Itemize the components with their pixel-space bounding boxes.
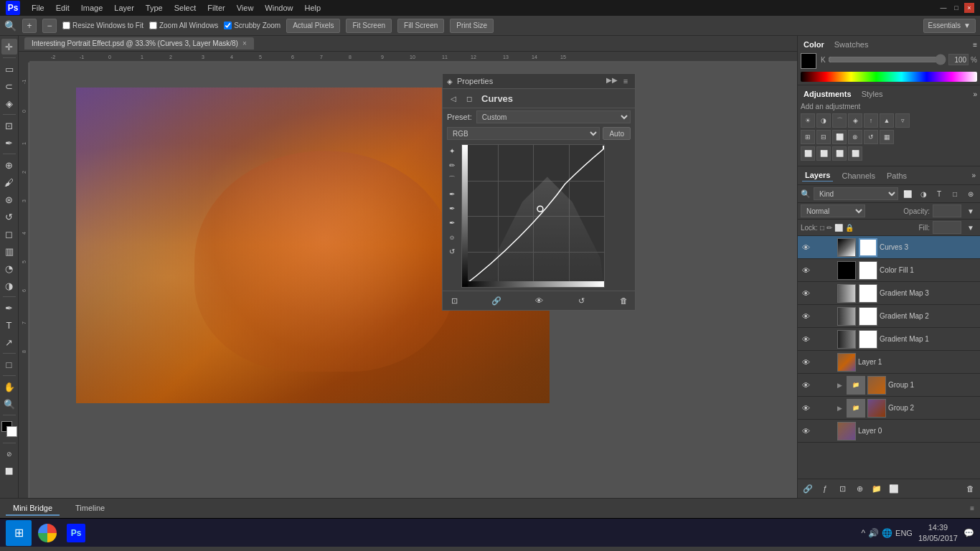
curves-icon[interactable]: ⌒ [832,113,847,128]
curves-reset-button[interactable]: ⊡ [447,293,461,308]
lasso-tool[interactable]: ⊂ [1,78,17,94]
curves-hand-tool[interactable]: ⌾ [446,230,458,243]
black-white-icon[interactable]: ⊞ [801,130,815,144]
timeline-tab[interactable]: Timeline [68,501,112,516]
lock-transparent-pixels-icon[interactable]: □ [820,224,824,232]
close-button[interactable]: × [964,3,974,13]
zoom-all-checkbox[interactable] [149,22,157,29]
rectangular-marquee-tool[interactable]: ▭ [1,61,17,77]
new-fill-button[interactable]: ⊕ [852,481,867,496]
posterize-icon[interactable]: ▦ [880,130,894,144]
clone-stamp-tool[interactable]: ⊛ [1,192,17,207]
layer-visibility-gradmap2[interactable]: 👁 [801,311,811,321]
layers-kind-select[interactable]: Kind [814,187,898,200]
layer-item-gradmap2[interactable]: 👁 Gradient Map 2 [798,305,980,328]
adjustments-panel-menu-icon[interactable]: » [973,90,977,98]
document-tab-close[interactable]: × [242,39,247,47]
gradient-map-icon[interactable]: ⬜ [832,146,847,161]
curves-back-icon[interactable]: ◁ [447,92,460,105]
hue-saturation-icon[interactable]: ▲ [880,113,894,128]
add-layer-style-button[interactable]: ƒ [818,481,832,496]
layers-filter-type-icon[interactable]: T [933,187,946,200]
maximize-button[interactable]: □ [951,3,961,13]
quick-selection-tool[interactable]: ◈ [1,95,17,111]
levels-icon[interactable]: ◑ [816,113,831,128]
photo-filter-icon[interactable]: ⊟ [816,130,831,144]
taskbar-clock[interactable]: 14:39 18/05/2017 [918,522,958,543]
background-color[interactable] [6,426,17,437]
channel-mixer-icon[interactable]: ⬜ [832,130,847,144]
curves-eyedropper-black[interactable]: ✒ [446,187,458,200]
menu-help[interactable]: Help [298,2,326,14]
hand-tool[interactable]: ✋ [1,379,17,395]
color-balance-icon[interactable]: ▿ [895,113,910,128]
curves-eyedropper-gray[interactable]: ✒ [446,202,458,215]
k-value-input[interactable] [948,54,969,65]
channels-tab[interactable]: Channels [839,170,877,182]
move-tool[interactable]: ✛ [1,39,17,55]
curves-delete-button[interactable]: 🗑 [616,293,631,308]
system-tray-chevron-icon[interactable]: ^ [861,528,865,538]
invert-icon[interactable]: ↺ [864,130,878,144]
resize-windows-check[interactable]: Resize Windows to Fit [62,22,143,29]
layer-item-colorfill1[interactable]: 👁 Color Fill 1 [798,259,980,282]
color-spectrum[interactable] [801,72,977,82]
swatches-tab[interactable]: Swatches [831,39,872,50]
zoom-in-button[interactable]: + [22,19,37,33]
preset-select[interactable]: Custom [476,110,631,123]
delete-layer-button[interactable]: 🗑 [963,481,977,496]
layers-panel-menu-icon[interactable]: » [971,171,976,179]
start-button[interactable]: ⊞ [6,520,32,546]
curves-clip-button[interactable]: 🔗 [489,293,504,308]
opacity-input[interactable]: 100% [933,204,961,217]
layers-filter-smart-icon[interactable]: ⊛ [964,187,977,200]
menu-image[interactable]: Image [75,2,109,14]
new-group-button[interactable]: 📁 [870,481,884,496]
document-tab[interactable]: Interesting Portrait Effect.psd @ 33.3% … [24,37,254,50]
auto-button[interactable]: Auto [603,127,631,140]
lock-image-pixels-icon[interactable]: ✏ [826,224,832,232]
threshold-icon[interactable]: ⬜ [801,146,815,161]
scrubby-zoom-check[interactable]: Scrubby Zoom [224,22,281,29]
brightness-contrast-icon[interactable]: ☀ [801,113,815,128]
layer-visibility-gradmap1[interactable]: 👁 [801,334,811,344]
k-slider[interactable] [828,56,946,63]
layer-visibility-layer0[interactable]: 👁 [801,426,811,436]
volume-icon[interactable]: 🔊 [868,528,879,538]
opacity-chevron-icon[interactable]: ▼ [964,204,977,217]
layer-visibility-group1[interactable]: 👁 [801,380,811,390]
shape-tool[interactable]: □ [1,357,17,372]
curves-smooth-tool[interactable]: ⌒ [446,173,458,186]
color-lookup-icon[interactable]: ⊗ [848,130,862,144]
screen-mode-toggle[interactable]: ⬜ [1,463,17,479]
paths-tab[interactable]: Paths [884,170,910,182]
eraser-tool[interactable]: ◻ [1,226,17,242]
menu-view[interactable]: View [231,2,260,14]
selective-color-icon[interactable]: ⬜ [816,146,831,161]
layer-visibility-layer1[interactable]: 👁 [801,357,811,367]
curves-mask-icon[interactable]: ◻ [463,92,476,105]
essentials-dropdown[interactable]: Essentials ▼ [923,19,976,33]
adjustments-tab-active[interactable]: Adjustments [801,88,854,100]
active-color-swatch[interactable] [801,53,816,69]
quick-mask-toggle[interactable]: ⊘ [1,446,17,462]
layer-item-group1[interactable]: 👁 ▶ 📁 Group 1 [798,374,980,397]
fit-screen-button[interactable]: Fit Screen [346,19,392,33]
layers-filter-shape-icon[interactable]: □ [948,187,961,200]
curves-reset-tool[interactable]: ↺ [446,245,458,258]
type-tool[interactable]: T [1,317,17,333]
blur-tool[interactable]: ◔ [1,260,17,276]
zoom-out-button[interactable]: − [42,19,57,33]
add-mask-button[interactable]: ⊡ [835,481,849,496]
blend-mode-select[interactable]: Normal [801,204,865,217]
curves-graph[interactable] [461,144,605,288]
zoom-tool[interactable]: 🔍 [1,396,17,412]
fill-input[interactable]: 100% [933,221,961,234]
layer-expand-group2[interactable]: ▶ [837,405,844,412]
zoom-all-check[interactable]: Zoom All Windows [149,22,218,29]
layers-tab-active[interactable]: Layers [802,169,833,182]
network-icon[interactable]: 🌐 [882,528,892,538]
brush-tool[interactable]: 🖌 [1,174,17,190]
bottombar-menu-icon[interactable]: ≡ [970,504,974,512]
exposure-icon[interactable]: ◈ [848,113,862,128]
